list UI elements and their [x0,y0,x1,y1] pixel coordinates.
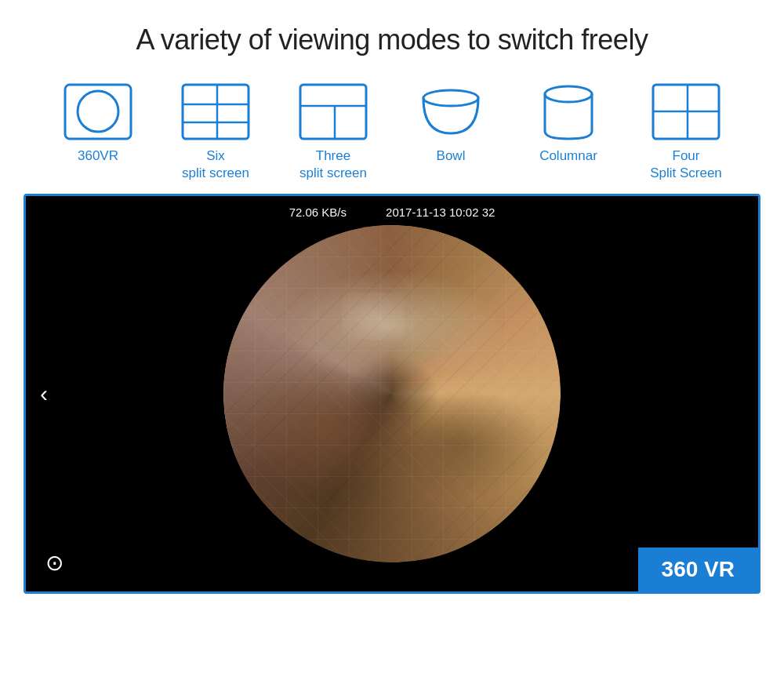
svg-rect-2 [183,85,249,139]
mode-bowl-label: Bowl [437,147,466,165]
modes-row: 360VR Sixsplit screen Thr [0,72,784,194]
svg-point-10 [545,86,592,102]
video-player: 72.06 KB/s 2017-11-13 10:02 32 ‹ ⊙ 360 V… [24,194,760,594]
mode-three-split[interactable]: Threesplit screen [274,80,392,182]
six-split-icon [172,80,259,143]
three-split-icon [290,80,376,143]
bitrate-label: 72.06 KB/s [289,206,347,219]
mode-three-split-label: Threesplit screen [299,147,367,182]
timestamp-label: 2017-11-13 10:02 32 [386,206,495,219]
mode-four-split[interactable]: FourSplit Screen [627,80,745,182]
mode-columnar[interactable]: Columnar [510,80,627,165]
mode-bowl[interactable]: Bowl [392,80,510,165]
fisheye-grid [223,225,561,562]
mode-six-split[interactable]: Sixsplit screen [157,80,274,182]
video-info-bar: 72.06 KB/s 2017-11-13 10:02 32 [289,206,495,219]
columnar-icon [525,80,612,143]
mode-four-split-label: FourSplit Screen [650,147,722,182]
mode-six-split-label: Sixsplit screen [182,147,249,182]
vr-badge: 360 VR [638,548,758,591]
record-icon[interactable]: ⊙ [45,550,64,576]
mode-360vr[interactable]: 360VR [39,80,157,165]
bowl-icon [408,80,494,143]
page-title: A variety of viewing modes to switch fre… [0,0,784,72]
svg-rect-6 [300,85,366,139]
fisheye-inner [223,225,561,562]
svg-point-1 [78,91,118,132]
360vr-icon [55,80,141,143]
mode-columnar-label: Columnar [539,147,597,165]
back-button[interactable]: ‹ [40,380,48,407]
svg-point-9 [423,90,478,106]
mode-360vr-label: 360VR [78,147,118,165]
four-split-icon [643,80,729,143]
fisheye-view [223,225,561,562]
